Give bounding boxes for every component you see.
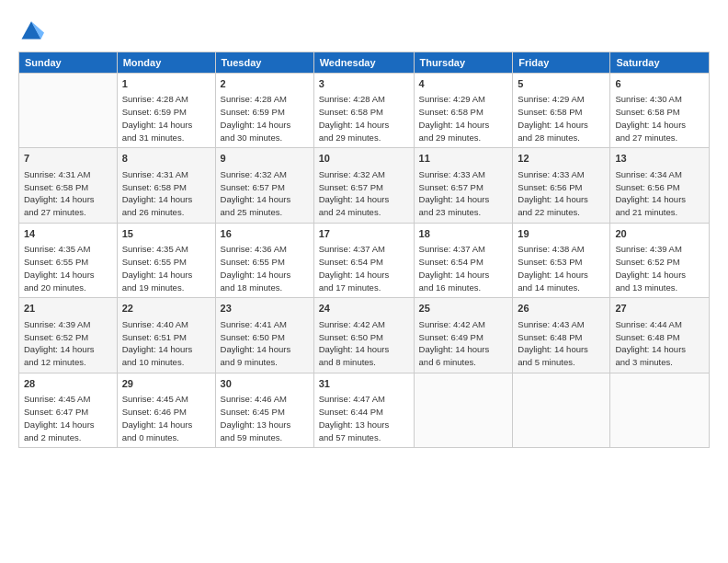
day-info: Sunrise: 4:45 AM Sunset: 6:47 PM Dayligh…	[24, 393, 112, 443]
day-cell: 21Sunrise: 4:39 AM Sunset: 6:52 PM Dayli…	[19, 298, 118, 373]
weekday-header-tuesday: Tuesday	[215, 52, 313, 74]
day-cell: 29Sunrise: 4:45 AM Sunset: 6:46 PM Dayli…	[117, 373, 215, 447]
day-info: Sunrise: 4:46 AM Sunset: 6:45 PM Dayligh…	[221, 393, 309, 443]
day-cell	[610, 373, 710, 447]
day-info: Sunrise: 4:41 AM Sunset: 6:50 PM Dayligh…	[221, 318, 309, 369]
day-cell: 7Sunrise: 4:31 AM Sunset: 6:58 PM Daylig…	[19, 148, 118, 223]
day-cell: 10Sunrise: 4:32 AM Sunset: 6:57 PM Dayli…	[313, 148, 414, 223]
day-number: 19	[518, 227, 605, 241]
day-number: 21	[24, 302, 112, 316]
day-info: Sunrise: 4:40 AM Sunset: 6:51 PM Dayligh…	[122, 318, 210, 369]
day-cell: 14Sunrise: 4:35 AM Sunset: 6:55 PM Dayli…	[19, 223, 118, 297]
day-info: Sunrise: 4:28 AM Sunset: 6:58 PM Dayligh…	[319, 93, 409, 144]
day-cell: 25Sunrise: 4:42 AM Sunset: 6:49 PM Dayli…	[414, 298, 513, 373]
day-cell: 5Sunrise: 4:29 AM Sunset: 6:58 PM Daylig…	[513, 74, 610, 148]
day-info: Sunrise: 4:33 AM Sunset: 6:57 PM Dayligh…	[419, 168, 508, 219]
day-number: 17	[319, 227, 409, 241]
day-cell: 4Sunrise: 4:29 AM Sunset: 6:58 PM Daylig…	[414, 74, 513, 148]
header	[18, 17, 710, 42]
day-cell: 9Sunrise: 4:32 AM Sunset: 6:57 PM Daylig…	[215, 148, 313, 223]
day-cell: 28Sunrise: 4:45 AM Sunset: 6:47 PM Dayli…	[19, 373, 118, 447]
weekday-header-saturday: Saturday	[610, 52, 710, 74]
weekday-header-sunday: Sunday	[19, 52, 118, 74]
day-cell: 31Sunrise: 4:47 AM Sunset: 6:44 PM Dayli…	[313, 373, 414, 447]
day-info: Sunrise: 4:47 AM Sunset: 6:44 PM Dayligh…	[319, 393, 409, 443]
day-info: Sunrise: 4:29 AM Sunset: 6:58 PM Dayligh…	[518, 93, 605, 144]
day-cell: 1Sunrise: 4:28 AM Sunset: 6:59 PM Daylig…	[117, 74, 215, 148]
weekday-header-friday: Friday	[513, 52, 610, 74]
day-info: Sunrise: 4:37 AM Sunset: 6:54 PM Dayligh…	[419, 243, 508, 293]
day-info: Sunrise: 4:33 AM Sunset: 6:56 PM Dayligh…	[518, 168, 605, 219]
day-number: 28	[24, 377, 112, 391]
day-number: 3	[319, 77, 409, 91]
day-cell: 27Sunrise: 4:44 AM Sunset: 6:48 PM Dayli…	[610, 298, 710, 373]
day-number: 6	[615, 77, 704, 91]
day-info: Sunrise: 4:36 AM Sunset: 6:55 PM Dayligh…	[221, 243, 309, 293]
calendar: SundayMondayTuesdayWednesdayThursdayFrid…	[18, 52, 710, 448]
day-number: 30	[221, 377, 309, 391]
day-number: 24	[319, 302, 409, 316]
day-number: 8	[122, 152, 210, 166]
calendar-body: 1Sunrise: 4:28 AM Sunset: 6:59 PM Daylig…	[19, 74, 710, 448]
day-number: 10	[319, 152, 409, 166]
day-number: 18	[419, 227, 508, 241]
day-cell: 17Sunrise: 4:37 AM Sunset: 6:54 PM Dayli…	[313, 223, 414, 297]
day-cell: 15Sunrise: 4:35 AM Sunset: 6:55 PM Dayli…	[117, 223, 215, 297]
day-number: 14	[24, 227, 112, 241]
week-row-1: 1Sunrise: 4:28 AM Sunset: 6:59 PM Daylig…	[19, 74, 710, 148]
day-info: Sunrise: 4:29 AM Sunset: 6:58 PM Dayligh…	[419, 93, 508, 144]
day-info: Sunrise: 4:35 AM Sunset: 6:55 PM Dayligh…	[24, 243, 112, 293]
day-cell: 26Sunrise: 4:43 AM Sunset: 6:48 PM Dayli…	[513, 298, 610, 373]
day-cell: 13Sunrise: 4:34 AM Sunset: 6:56 PM Dayli…	[610, 148, 710, 223]
day-cell: 11Sunrise: 4:33 AM Sunset: 6:57 PM Dayli…	[414, 148, 513, 223]
day-cell: 20Sunrise: 4:39 AM Sunset: 6:52 PM Dayli…	[610, 223, 710, 297]
day-info: Sunrise: 4:32 AM Sunset: 6:57 PM Dayligh…	[319, 168, 409, 219]
day-cell	[414, 373, 513, 447]
day-info: Sunrise: 4:39 AM Sunset: 6:52 PM Dayligh…	[615, 243, 704, 293]
day-cell: 30Sunrise: 4:46 AM Sunset: 6:45 PM Dayli…	[215, 373, 313, 447]
day-info: Sunrise: 4:43 AM Sunset: 6:48 PM Dayligh…	[518, 318, 605, 369]
day-number: 31	[319, 377, 409, 391]
day-number: 4	[419, 77, 508, 91]
day-cell: 18Sunrise: 4:37 AM Sunset: 6:54 PM Dayli…	[414, 223, 513, 297]
day-info: Sunrise: 4:44 AM Sunset: 6:48 PM Dayligh…	[615, 318, 704, 369]
day-cell: 8Sunrise: 4:31 AM Sunset: 6:58 PM Daylig…	[117, 148, 215, 223]
day-info: Sunrise: 4:28 AM Sunset: 6:59 PM Dayligh…	[221, 93, 309, 144]
day-number: 15	[122, 227, 210, 241]
day-cell: 19Sunrise: 4:38 AM Sunset: 6:53 PM Dayli…	[513, 223, 610, 297]
week-row-2: 7Sunrise: 4:31 AM Sunset: 6:58 PM Daylig…	[19, 148, 710, 223]
day-number: 22	[122, 302, 210, 316]
day-info: Sunrise: 4:31 AM Sunset: 6:58 PM Dayligh…	[24, 168, 112, 219]
week-row-3: 14Sunrise: 4:35 AM Sunset: 6:55 PM Dayli…	[19, 223, 710, 297]
day-number: 5	[518, 77, 605, 91]
weekday-header-monday: Monday	[117, 52, 215, 74]
logo	[18, 17, 46, 42]
day-info: Sunrise: 4:42 AM Sunset: 6:50 PM Dayligh…	[319, 318, 409, 369]
weekday-header-thursday: Thursday	[414, 52, 513, 74]
day-number: 7	[24, 152, 112, 166]
day-cell: 2Sunrise: 4:28 AM Sunset: 6:59 PM Daylig…	[215, 74, 313, 148]
day-number: 23	[221, 302, 309, 316]
day-number: 1	[122, 77, 210, 91]
day-info: Sunrise: 4:31 AM Sunset: 6:58 PM Dayligh…	[122, 168, 210, 219]
page: SundayMondayTuesdayWednesdayThursdayFrid…	[0, 0, 728, 457]
week-row-5: 28Sunrise: 4:45 AM Sunset: 6:47 PM Dayli…	[19, 373, 710, 447]
day-number: 2	[221, 77, 309, 91]
day-info: Sunrise: 4:42 AM Sunset: 6:49 PM Dayligh…	[419, 318, 508, 369]
weekday-header-wednesday: Wednesday	[313, 52, 414, 74]
day-info: Sunrise: 4:32 AM Sunset: 6:57 PM Dayligh…	[221, 168, 309, 219]
calendar-header: SundayMondayTuesdayWednesdayThursdayFrid…	[19, 52, 710, 74]
day-number: 16	[221, 227, 309, 241]
day-cell: 24Sunrise: 4:42 AM Sunset: 6:50 PM Dayli…	[313, 298, 414, 373]
day-number: 12	[518, 152, 605, 166]
day-info: Sunrise: 4:28 AM Sunset: 6:59 PM Dayligh…	[122, 93, 210, 144]
day-info: Sunrise: 4:34 AM Sunset: 6:56 PM Dayligh…	[615, 168, 704, 219]
day-number: 13	[615, 152, 704, 166]
day-cell	[19, 74, 118, 148]
day-cell	[513, 373, 610, 447]
weekday-row: SundayMondayTuesdayWednesdayThursdayFrid…	[19, 52, 710, 74]
day-cell: 23Sunrise: 4:41 AM Sunset: 6:50 PM Dayli…	[215, 298, 313, 373]
day-number: 27	[615, 302, 704, 316]
day-number: 26	[518, 302, 605, 316]
day-info: Sunrise: 4:38 AM Sunset: 6:53 PM Dayligh…	[518, 243, 605, 293]
